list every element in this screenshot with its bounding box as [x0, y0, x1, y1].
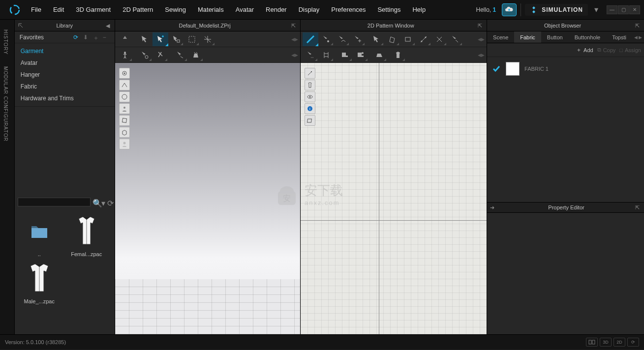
tabs-scroll-left-icon[interactable]: ◀	[634, 35, 638, 40]
canvas-2d[interactable]: i	[301, 63, 487, 334]
popout-icon[interactable]: ⇱	[478, 23, 484, 29]
side-tab-history[interactable]: HISTORY	[0, 24, 14, 60]
tab-button[interactable]: Button	[541, 31, 569, 43]
toolbar-scroll-right-icon[interactable]: ▶	[295, 53, 298, 58]
menu-settings[interactable]: Settings	[372, 3, 406, 16]
edit-curvature-tool[interactable]	[334, 32, 350, 46]
tabs-scroll-right-icon[interactable]: ▶	[639, 35, 642, 40]
chevron-down-icon[interactable]: ▾	[101, 199, 105, 205]
internal-line-tool[interactable]	[416, 32, 431, 46]
collapse-arrow-icon[interactable]: ➜	[490, 204, 494, 211]
add-point-tool[interactable]	[350, 32, 366, 46]
cloud-sync-button[interactable]	[502, 3, 517, 16]
toolbar-scroll-left-icon[interactable]: ◀	[478, 53, 481, 58]
simulation-dropdown[interactable]: ▾	[592, 5, 601, 14]
thumb-male-garment[interactable]: Male_...zpac	[18, 261, 61, 304]
rectangle-tool[interactable]	[400, 32, 416, 46]
view-pen-icon[interactable]	[305, 68, 315, 79]
menu-edit[interactable]: Edit	[48, 3, 69, 16]
collapse-left-icon[interactable]: ◀	[106, 23, 112, 29]
edit-pattern-tool[interactable]	[303, 32, 318, 46]
dart-tool[interactable]	[431, 32, 447, 46]
assign-fabric-button[interactable]: □ Assign	[619, 47, 641, 53]
transform-pattern-tool[interactable]	[368, 32, 384, 46]
view-texture-icon[interactable]	[119, 68, 130, 79]
minimize-button[interactable]: —	[607, 5, 617, 14]
canvas-3d[interactable]	[115, 63, 301, 334]
view-arrangement-icon[interactable]	[119, 115, 130, 126]
toolbar-scroll-left-icon[interactable]: ◀	[478, 37, 481, 42]
tree-garment[interactable]: Garment	[15, 45, 115, 57]
add-icon[interactable]: ＋	[93, 34, 100, 41]
menu-file[interactable]: File	[26, 3, 47, 16]
menu-render[interactable]: Render	[260, 3, 292, 16]
menu-sewing[interactable]: Sewing	[159, 3, 191, 16]
popout-icon[interactable]: ⇱	[291, 23, 297, 29]
copy-fabric-button[interactable]: ⧉ Copy	[597, 47, 616, 53]
tab-scene[interactable]: Scene	[487, 31, 514, 43]
avatar-pose-tool[interactable]	[117, 48, 133, 62]
toolbar-scroll-left-icon[interactable]: ◀	[291, 53, 295, 58]
view-folder-icon[interactable]	[305, 115, 315, 126]
segment-sewing-tool[interactable]	[303, 48, 318, 62]
tab-buttonhole[interactable]: Buttonhole	[569, 31, 607, 43]
trace-tool[interactable]	[447, 32, 463, 46]
steam-tool[interactable]	[188, 48, 204, 62]
status-3d-button[interactable]: 3D	[600, 338, 612, 347]
polygon-tool[interactable]	[384, 32, 400, 46]
remove-icon[interactable]: −	[103, 34, 110, 41]
tab-topstitch[interactable]: Topsti	[606, 31, 632, 43]
menu-display[interactable]: Display	[293, 3, 325, 16]
select-mesh-tool[interactable]	[168, 32, 184, 46]
iron-tool[interactable]	[371, 48, 387, 62]
status-2d-button[interactable]: 2D	[613, 338, 625, 347]
tree-fabric[interactable]: Fabric	[15, 81, 115, 92]
refresh-list-icon[interactable]: ⟳	[107, 199, 114, 205]
tab-fabric[interactable]: Fabric	[514, 31, 541, 43]
view-avatar-icon[interactable]	[119, 103, 130, 114]
menu-materials[interactable]: Materials	[192, 3, 229, 16]
view-garment-2d-icon[interactable]	[305, 80, 315, 90]
toolbar-scroll-right-icon[interactable]: ▶	[481, 53, 485, 58]
close-button[interactable]: ✕	[629, 5, 640, 14]
simulate-tool[interactable]	[117, 32, 133, 46]
view-info-icon[interactable]: i	[305, 103, 315, 114]
menu-preferences[interactable]: Preferences	[326, 3, 371, 16]
view-eye-icon[interactable]	[305, 91, 315, 102]
fabric-swatch[interactable]	[506, 62, 520, 76]
view-silhouette-icon[interactable]	[119, 139, 130, 149]
menu-3d-garment[interactable]: 3D Garment	[70, 3, 116, 16]
side-tab-modular-configurator[interactable]: MODULAR CONFIGURATOR	[0, 60, 14, 147]
toolbar-scroll-right-icon[interactable]: ▶	[295, 37, 298, 42]
download-icon[interactable]: ⬇	[83, 34, 90, 41]
view-thick-icon[interactable]	[119, 80, 130, 90]
popout-icon[interactable]: ⇱	[635, 204, 641, 210]
menu-2d-pattern[interactable]: 2D Pattern	[117, 3, 158, 16]
menu-avatar[interactable]: Avatar	[230, 3, 259, 16]
view-mesh-icon[interactable]	[119, 91, 130, 102]
toolbar-scroll-left-icon[interactable]: ◀	[291, 37, 295, 42]
view-bounding-icon[interactable]	[119, 127, 130, 138]
tree-hanger[interactable]: Hanger	[15, 69, 115, 81]
maximize-button[interactable]: ▢	[618, 5, 629, 14]
fabric-item[interactable]: FABRIC 1	[492, 62, 639, 76]
refresh-icon[interactable]: ⟳	[73, 34, 80, 41]
toolbar-scroll-right-icon[interactable]: ▶	[481, 37, 485, 42]
gizmo-tool[interactable]	[200, 32, 215, 46]
library-search-input[interactable]	[18, 198, 91, 206]
sewing-machine-2-tool[interactable]	[353, 48, 368, 62]
thumb-parent-folder[interactable]: ..	[18, 214, 61, 257]
pin-tool[interactable]	[137, 48, 153, 62]
simulation-button[interactable]: SIMULATION	[525, 4, 588, 16]
search-icon[interactable]: 🔍	[92, 199, 99, 205]
add-fabric-button[interactable]: ＋ Add	[576, 46, 593, 54]
undock-icon[interactable]	[18, 23, 24, 29]
box-select-tool[interactable]	[184, 32, 200, 46]
edit-curve-point-tool[interactable]	[318, 32, 334, 46]
status-refresh-button[interactable]: ⟳	[627, 338, 639, 347]
select-tool[interactable]	[137, 32, 153, 46]
popout-icon[interactable]: ⇱	[635, 23, 641, 29]
garment-tool[interactable]	[390, 48, 406, 62]
fold-tool[interactable]	[172, 48, 188, 62]
tack-tool[interactable]	[153, 48, 168, 62]
